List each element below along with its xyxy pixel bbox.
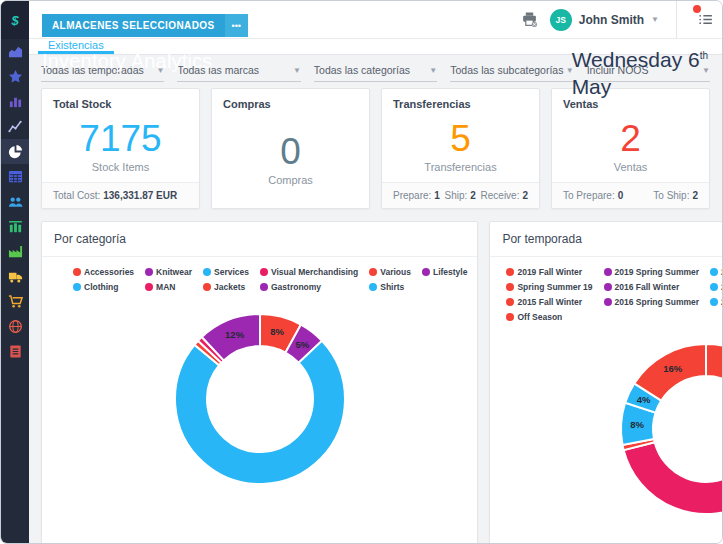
legend-label: MAN [156, 282, 175, 292]
legend-color-dot [710, 283, 718, 291]
legend-item[interactable]: 2016 Fall Winter [604, 282, 700, 292]
legend-item[interactable]: Off Season [506, 312, 592, 322]
legend-label: Accessories [84, 267, 134, 277]
sidebar-nav [1, 39, 29, 364]
slice-percent-label: 5% [295, 339, 309, 350]
legend-item[interactable]: Clothing [73, 282, 134, 292]
stat-label: Transferencias [424, 161, 496, 173]
legend-item[interactable]: MAN [145, 282, 192, 292]
printer-disabled-icon[interactable] [517, 7, 543, 33]
sidebar-item-pie-chart[interactable] [1, 139, 29, 164]
footer-metric: To Prepare:0 [563, 190, 623, 201]
legend-color-dot [145, 283, 153, 291]
filter-subcategorias[interactable]: Todas las subcategorías ▼ [450, 64, 573, 82]
legend-color-dot [369, 268, 377, 276]
legend-label: Spring Summer 19 [517, 282, 592, 292]
donut-chart: 18%22%8%4%16% [490, 340, 723, 518]
legend-item[interactable]: 2018 Spring Summer [710, 297, 723, 307]
card-title: Transferencias [382, 89, 539, 110]
sidebar-item-star[interactable] [1, 64, 29, 89]
legend-color-dot [260, 283, 268, 291]
legend-color-dot [710, 268, 718, 276]
more-options-icon[interactable]: ••• [225, 14, 248, 37]
card-body: 7175 Stock Items [42, 110, 199, 182]
chart-legend: 2019 Fall Winter2019 Spring Summer2017 S… [490, 257, 723, 324]
star-icon [8, 69, 23, 84]
card-total-stock: Total Stock 7175 Stock Items Total Cost:… [41, 88, 200, 209]
sidebar-item-globe[interactable] [1, 314, 29, 339]
card-footer: Total Cost:136,331.87 EUR [42, 182, 199, 208]
legend-item[interactable]: Knitwear [145, 267, 192, 277]
legend-item[interactable]: Shirts [369, 282, 411, 292]
legend-item[interactable]: 2017 Spring Summer [710, 267, 723, 277]
sidebar-item-table[interactable] [1, 164, 29, 189]
card-transferencias: Transferencias 5 Transferencias Prepare:… [381, 88, 540, 209]
report-icon [8, 344, 23, 359]
legend-item[interactable]: Visual Merchandising [260, 267, 358, 277]
svg-text:$: $ [10, 13, 19, 28]
legend-item[interactable]: Various [369, 267, 411, 277]
chevron-down-icon[interactable]: ▼ [651, 15, 659, 24]
app-logo[interactable]: $ [1, 1, 29, 39]
slice-percent-label: 4% [637, 394, 651, 405]
avatar[interactable]: JS [550, 9, 572, 31]
legend-item[interactable]: Lifestyle [422, 267, 468, 277]
donut-slice[interactable] [624, 442, 723, 514]
sidebar-item-cart[interactable] [1, 289, 29, 314]
legend-item[interactable]: 2019 Spring Summer [604, 267, 700, 277]
topbar-divider [676, 1, 677, 39]
sidebar-item-area-chart[interactable] [1, 39, 29, 64]
chart-legend: AccessoriesKnitwearServicesVisual Mercha… [42, 257, 477, 294]
user-name[interactable]: John Smith [579, 13, 644, 27]
globe-icon [8, 319, 23, 334]
legend-color-dot [506, 313, 514, 321]
legend-label: Visual Merchandising [271, 267, 358, 277]
legend-label: 2019 Fall Winter [517, 267, 582, 277]
footer-metric: Prepare:1 [393, 190, 440, 201]
legend-color-dot [203, 283, 211, 291]
card-title: Total Stock [42, 89, 199, 110]
sidebar-item-bar-chart[interactable] [1, 89, 29, 114]
pie-chart-icon [8, 144, 23, 159]
card-body: 5 Transferencias [382, 110, 539, 182]
sidebar-item-truck[interactable] [1, 264, 29, 289]
legend-color-dot [506, 283, 514, 291]
donut-slice[interactable] [175, 341, 345, 484]
warehouse-racks-icon [8, 219, 23, 234]
stat-cards-row: Total Stock 7175 Stock Items Total Cost:… [29, 82, 722, 209]
legend-item[interactable]: 2016 Spring Summer [604, 297, 700, 307]
legend-color-dot [604, 268, 612, 276]
legend-label: Services [214, 267, 249, 277]
legend-item[interactable]: Gastronomy [260, 282, 358, 292]
menu-button[interactable] [688, 1, 722, 39]
truck-icon [8, 269, 23, 284]
filter-categorias[interactable]: Todas las categorías ▼ [314, 64, 437, 82]
page-title: Inventory Analytics [42, 50, 213, 73]
legend-item[interactable]: 2018 Fall Winter [710, 282, 723, 292]
legend-label: 2016 Spring Summer [615, 297, 700, 307]
donut-svg: 8%5%12% [171, 310, 349, 488]
sidebar-item-warehouse-racks[interactable] [1, 214, 29, 239]
legend-item[interactable]: 2015 Fall Winter [506, 297, 592, 307]
warehouses-selected-button[interactable]: ALMACENES SELECCIONADOS ••• [42, 14, 248, 37]
card-footer: To Prepare:0 To Ship:2 [552, 182, 709, 208]
donut-slice[interactable] [706, 344, 723, 406]
sidebar-item-users[interactable] [1, 189, 29, 214]
stat-label: Stock Items [92, 161, 149, 173]
legend-color-dot [203, 268, 211, 276]
legend-item[interactable]: 2019 Fall Winter [506, 267, 592, 277]
sidebar-item-report[interactable] [1, 339, 29, 364]
card-body: 2 Ventas [552, 110, 709, 182]
legend-label: Knitwear [156, 267, 192, 277]
legend-item[interactable]: Spring Summer 19 [506, 282, 592, 292]
date-main: Wednesday 6 [572, 48, 700, 71]
sidebar-item-factory[interactable] [1, 239, 29, 264]
legend-item[interactable]: Services [203, 267, 249, 277]
legend-color-dot [73, 283, 81, 291]
chart-card-por-temporada: Por temporada 2019 Fall Winter2019 Sprin… [489, 221, 723, 544]
legend-item[interactable]: Accessories [73, 267, 134, 277]
sidebar-item-line-chart[interactable] [1, 114, 29, 139]
area-chart-icon [8, 44, 23, 59]
legend-item[interactable]: Jackets [203, 282, 249, 292]
legend-label: 2016 Fall Winter [615, 282, 680, 292]
